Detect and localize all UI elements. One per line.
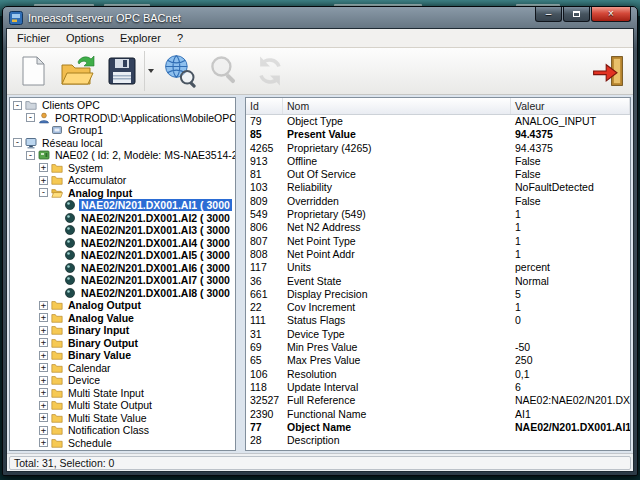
table-row[interactable]: 807Net Point Type1 bbox=[246, 235, 630, 248]
expand-icon[interactable]: + bbox=[39, 401, 48, 410]
table-row[interactable]: 111Status Flags0 bbox=[246, 314, 630, 327]
table-row[interactable]: 69Min Pres Value-50 bbox=[246, 341, 630, 354]
no-expander bbox=[52, 251, 61, 260]
close-button[interactable]: × bbox=[591, 7, 631, 22]
tree-item[interactable]: +Binary Output bbox=[10, 337, 235, 350]
tree-item[interactable]: +Calendar bbox=[10, 362, 235, 375]
expand-icon[interactable]: + bbox=[39, 413, 48, 422]
tree-item[interactable]: -Clients OPC bbox=[10, 99, 235, 112]
tree-item[interactable]: NAE02/N201.DX001.AI7 ( 3000 bbox=[10, 274, 235, 287]
save-dropdown-arrow[interactable] bbox=[144, 51, 156, 91]
cell-nom: Event State bbox=[283, 275, 511, 288]
table-row[interactable]: 117Unitspercent bbox=[246, 261, 630, 274]
refresh-button bbox=[249, 50, 291, 92]
tree-item[interactable]: +Notification Class bbox=[10, 424, 235, 437]
table-row[interactable]: 118Update Interval6 bbox=[246, 381, 630, 394]
tree-item[interactable]: +Multi State Input bbox=[10, 387, 235, 400]
explore-globe-button[interactable] bbox=[159, 50, 201, 92]
point-icon bbox=[64, 199, 76, 211]
exit-button[interactable] bbox=[587, 50, 629, 92]
titlebar[interactable]: Inneasoft serveur OPC BACnet – × bbox=[6, 7, 634, 28]
collapse-icon[interactable]: - bbox=[26, 113, 35, 122]
table-row[interactable]: 661Display Precision5 bbox=[246, 288, 630, 301]
menu-item-options[interactable]: Options bbox=[58, 30, 112, 46]
tree-item-label: Device bbox=[66, 374, 102, 386]
tree-item[interactable]: +System bbox=[10, 162, 235, 175]
table-row[interactable]: 81Out Of ServiceFalse bbox=[246, 168, 630, 181]
tree-item[interactable]: +Analog Output bbox=[10, 299, 235, 312]
tree-item[interactable]: NAE02/N201.DX001.AI4 ( 3000 bbox=[10, 237, 235, 250]
tree-item[interactable]: NAE02/N201.DX001.AI2 ( 3000 bbox=[10, 212, 235, 225]
app-window: Inneasoft serveur OPC BACnet – × Fichier… bbox=[2, 6, 638, 476]
table-row[interactable]: 549Proprietary (549)1 bbox=[246, 208, 630, 221]
expand-icon[interactable]: + bbox=[39, 313, 48, 322]
chevron-down-icon bbox=[148, 69, 154, 73]
expand-icon[interactable]: + bbox=[39, 363, 48, 372]
tree-item[interactable]: +Multi State Output bbox=[10, 399, 235, 412]
cell-id: 809 bbox=[246, 195, 283, 208]
table-row[interactable]: 65Max Pres Value250 bbox=[246, 354, 630, 367]
menu-item-fichier[interactable]: Fichier bbox=[9, 30, 58, 46]
cell-valeur: NAE02:NAE02/N201.DX001.AI1 bbox=[511, 394, 630, 407]
expand-icon[interactable]: + bbox=[39, 376, 48, 385]
table-row[interactable]: 77Object NameNAE02/N201.DX001.AI1 bbox=[246, 421, 630, 434]
tree-item-label: Analog Value bbox=[66, 312, 136, 324]
tree-item[interactable]: NAE02/N201.DX001.AI5 ( 3000 bbox=[10, 249, 235, 262]
expand-icon[interactable]: + bbox=[39, 326, 48, 335]
tree-item[interactable]: -PORTROD\D:\Applications\MobileOPCExplo bbox=[10, 112, 235, 125]
tree-item[interactable]: NAE02/N201.DX001.AI8 ( 3000 bbox=[10, 287, 235, 300]
tree-item[interactable]: -Analog Input bbox=[10, 187, 235, 200]
new-file-button[interactable] bbox=[11, 50, 53, 92]
expand-icon[interactable]: + bbox=[39, 338, 48, 347]
column-header-nom[interactable]: Nom bbox=[283, 98, 511, 114]
table-row[interactable]: 808Net Point Addr1 bbox=[246, 248, 630, 261]
column-header-id[interactable]: Id bbox=[246, 98, 283, 114]
tree-item[interactable]: +Device bbox=[10, 374, 235, 387]
maximize-button[interactable] bbox=[563, 7, 590, 22]
minimize-button[interactable]: – bbox=[535, 7, 562, 22]
table-row[interactable]: 85Present Value94.4375 bbox=[246, 128, 630, 141]
expand-icon[interactable]: + bbox=[39, 426, 48, 435]
tree-item[interactable]: -Réseau local bbox=[10, 137, 235, 150]
tree-item[interactable]: -NAE02 ( Id: 2, Modèle: MS-NAE3514-2 ) bbox=[10, 149, 235, 162]
expand-icon[interactable]: + bbox=[39, 176, 48, 185]
table-row[interactable]: 106Resolution0,1 bbox=[246, 368, 630, 381]
menu-item-explorer[interactable]: Explorer bbox=[112, 30, 169, 46]
table-row[interactable]: 22Cov Increment1 bbox=[246, 301, 630, 314]
panel-splitter[interactable] bbox=[239, 97, 242, 451]
tree-item[interactable]: +Accumulator bbox=[10, 174, 235, 187]
tree-item[interactable]: +Binary Input bbox=[10, 324, 235, 337]
expand-icon[interactable]: + bbox=[39, 438, 48, 447]
table-row[interactable]: 4265Proprietary (4265)94.4375 bbox=[246, 142, 630, 155]
tree-item[interactable]: NAE02/N201.DX001.AI6 ( 3000 bbox=[10, 262, 235, 275]
expand-icon[interactable]: + bbox=[39, 163, 48, 172]
table-row[interactable]: 79Object TypeANALOG_INPUT bbox=[246, 115, 630, 128]
expand-icon[interactable]: + bbox=[39, 301, 48, 310]
tree-item[interactable]: Group1 bbox=[10, 124, 235, 137]
table-row[interactable]: 913OfflineFalse bbox=[246, 155, 630, 168]
tree-item[interactable]: NAE02/N201.DX001.AI3 ( 3000 bbox=[10, 224, 235, 237]
table-row[interactable]: 806Net N2 Address1 bbox=[246, 221, 630, 234]
table-row[interactable]: 31Device Type bbox=[246, 328, 630, 341]
table-row[interactable]: 36Event StateNormal bbox=[246, 275, 630, 288]
open-folder-button[interactable] bbox=[56, 50, 98, 92]
tree-item[interactable]: +Binary Value bbox=[10, 349, 235, 362]
collapse-icon[interactable]: - bbox=[13, 101, 22, 110]
save-button[interactable] bbox=[101, 50, 143, 92]
tree-item[interactable]: +Analog Value bbox=[10, 312, 235, 325]
collapse-icon[interactable]: - bbox=[13, 138, 22, 147]
table-row[interactable]: 809OverriddenFalse bbox=[246, 195, 630, 208]
expand-icon[interactable]: + bbox=[39, 388, 48, 397]
expand-icon[interactable]: + bbox=[39, 351, 48, 360]
column-header-valeur[interactable]: Valeur bbox=[511, 98, 630, 114]
tree-item[interactable]: +Multi State Value bbox=[10, 412, 235, 425]
collapse-icon[interactable]: - bbox=[39, 188, 48, 197]
tree-item[interactable]: NAE02/N201.DX001.AI1 ( 3000 bbox=[10, 199, 235, 212]
menu-item-help[interactable]: ? bbox=[169, 30, 191, 46]
collapse-icon[interactable]: - bbox=[26, 151, 35, 160]
table-row[interactable]: 2390Functional NameAI1 bbox=[246, 408, 630, 421]
table-row[interactable]: 28Description bbox=[246, 434, 630, 447]
table-row[interactable]: 32527Full ReferenceNAE02:NAE02/N201.DX00… bbox=[246, 394, 630, 407]
table-row[interactable]: 103ReliabilityNoFaultDetected bbox=[246, 181, 630, 194]
tree-item[interactable]: +Schedule bbox=[10, 437, 235, 450]
